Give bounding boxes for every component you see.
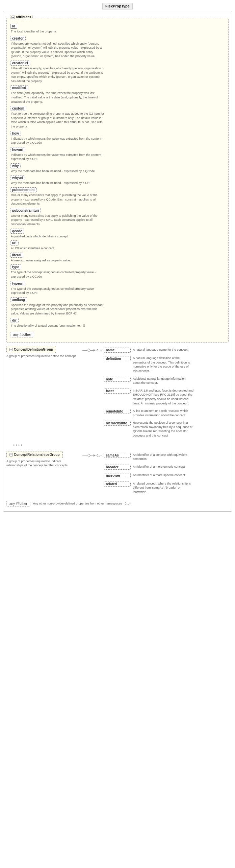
attributes-box: −attributes id The local identifier of t… xyxy=(6,18,229,343)
flex-prop-type-title: FlexPropType xyxy=(102,3,133,9)
attr-name-creatoruri: creatoruri xyxy=(10,61,30,66)
attr-name-dir: dir xyxy=(10,318,19,323)
right-item-remoteinfo-desc: A link to an item or a web resource whic… xyxy=(133,409,193,417)
attr-desc-howuri: Indicates by which means the value was e… xyxy=(10,153,105,161)
multiplicity-cdg: 0..∞ xyxy=(97,349,102,352)
attr-literal: literal A free-text value assigned as pr… xyxy=(10,253,225,263)
right-item-narrower-box: narrower xyxy=(104,473,131,478)
attr-pubconstrainturi: pubconstrainturi One or many constraints… xyxy=(10,208,225,227)
bottom-any-other-box: any ##other xyxy=(6,501,30,507)
attr-desc-modified: The date (and, optionally, the time) whe… xyxy=(10,91,105,104)
right-item-note-desc: Additional natural language information … xyxy=(133,377,193,385)
any-other-container: any ##other xyxy=(10,330,225,339)
right-item-broader-box: broader xyxy=(104,465,131,470)
concept-relationships-group-box: −ConceptRelationshipsGroup xyxy=(6,451,63,458)
attr-why: why Why the metadata has been included -… xyxy=(10,163,225,173)
right-item-narrower-desc: An identifier of a more specific concept xyxy=(133,473,185,477)
attr-name-custom: custom xyxy=(10,106,26,111)
right-item-remoteinfo: remoteInfo A link to an item or a web re… xyxy=(104,409,229,417)
attr-desc-creator: If the property value is not defined, sp… xyxy=(10,42,105,58)
right-item-narrower: narrower An identifier of a more specifi… xyxy=(104,473,229,478)
attr-name-type: type xyxy=(10,264,21,269)
attr-name-literal: literal xyxy=(10,253,23,258)
concept-relationships-items: sameAs An identifier of a concept with e… xyxy=(104,451,229,496)
attr-desc-pubconstrainturi: One or many constraints that apply to pu… xyxy=(10,214,105,227)
attr-name-creator: creator xyxy=(10,36,26,41)
bottom-any-other-desc: Any other non-provider-defined propertie… xyxy=(33,502,122,505)
attr-name-howuri: howuri xyxy=(10,147,25,152)
concept-definition-group-desc: A group of properties required to define… xyxy=(6,354,76,358)
attr-custom: custom If set to true the corresponding … xyxy=(10,106,225,128)
attr-desc-id: The local identifier of the property. xyxy=(10,29,105,34)
attr-desc-qcode: A qualified code which identifies a conc… xyxy=(10,234,105,239)
collapse-icon-cdg[interactable]: − xyxy=(9,348,13,351)
attr-creator: creator If the property value is not def… xyxy=(10,36,225,58)
attr-desc-uri: A URI which identifies a concept. xyxy=(10,246,105,251)
attr-name-uri: uri xyxy=(10,240,19,245)
right-item-note-box: note xyxy=(104,377,131,382)
attr-creatoruri: creatoruri If the attribute is empty, sp… xyxy=(10,61,225,83)
right-item-broader: broader An identifier of a more generic … xyxy=(104,465,229,470)
right-item-facet: facet In NAR 1.8 and later, facet is dep… xyxy=(104,389,229,405)
right-item-hierarchyinfo-desc: Represents the position of a concept in … xyxy=(133,421,193,438)
concept-definition-items: name A natural language name for the con… xyxy=(104,346,229,440)
collapse-icon[interactable]: − xyxy=(11,16,15,19)
right-item-hierarchyinfo: hierarchyInfo Represents the position of… xyxy=(104,421,229,438)
attr-name-pubconstraint: pubconstraint xyxy=(10,187,37,192)
right-item-sameas: sameAs An identifier of a concept with e… xyxy=(104,453,229,461)
attr-id: id The local identifier of the property. xyxy=(10,24,225,34)
right-item-related-desc: A related concept, where the relationshi… xyxy=(133,482,193,494)
connector-cdg: 0..∞ xyxy=(81,346,104,352)
attr-name-whyuri: whyuri xyxy=(10,175,25,180)
right-item-sameas-desc: An identifier of a concept with equivale… xyxy=(133,453,193,461)
any-other-box: any ##other xyxy=(10,332,34,337)
right-item-broader-desc: An identifier of a more generic concept xyxy=(133,465,185,469)
right-item-sameas-box: sameAs xyxy=(104,453,131,458)
attr-desc-pubconstraint: One or many constraints that apply to pu… xyxy=(10,193,105,206)
attr-pubconstraint: pubconstraint One or many constraints th… xyxy=(10,187,225,206)
attr-xmllang: xmllang Specifies the language of this p… xyxy=(10,297,225,316)
right-item-facet-desc: In NAR 1.8 and later, facet is deprecate… xyxy=(133,389,193,405)
attr-name-xmllang: xmllang xyxy=(10,297,27,302)
attr-desc-whyuri: Why the metadata has been included - exp… xyxy=(10,181,105,185)
attr-desc-dir: The directionality of textual content (e… xyxy=(10,324,105,328)
bottom-multiplicity: 0...∞ xyxy=(125,502,131,505)
attr-desc-typeuri: The type of the concept assigned as cont… xyxy=(10,287,105,295)
concept-definition-section: −ConceptDefinitionGroup A group of prope… xyxy=(6,346,229,440)
concept-relationships-group-desc: A group of properties required to indica… xyxy=(6,459,77,468)
attr-name-typeuri: typeuri xyxy=(10,281,25,286)
right-item-definition: definition A natural language definition… xyxy=(104,356,229,373)
collapse-icon-crg[interactable]: − xyxy=(9,453,13,456)
attr-desc-type: The type of the concept assigned as cont… xyxy=(10,270,105,279)
main-wrapper: FlexPropType −attributes id The local id… xyxy=(0,0,235,868)
multiplicity-crg: 0..∞ xyxy=(97,454,102,457)
attr-desc-literal: A free-text value assigned as property v… xyxy=(10,258,105,263)
attr-howuri: howuri Indicates by which means the valu… xyxy=(10,147,225,161)
attr-qcode: qcode A qualified code which identifies … xyxy=(10,229,225,239)
attr-name-modified: modified xyxy=(10,85,28,90)
attr-typeuri: typeuri The type of the concept assigned… xyxy=(10,281,225,295)
attr-name-pubconstrainturi: pubconstrainturi xyxy=(10,208,41,213)
attr-how: how Indicates by which means the value w… xyxy=(10,131,225,145)
concept-definition-group-box: −ConceptDefinitionGroup xyxy=(6,346,56,353)
attr-whyuri: whyuri Why the metadata has been include… xyxy=(10,175,225,185)
concept-relationships-section: −ConceptRelationshipsGroup A group of pr… xyxy=(6,451,229,496)
right-item-definition-desc: A natural language definition of the sem… xyxy=(133,356,193,373)
attr-desc-how: Indicates by which means the value was e… xyxy=(10,137,105,145)
right-item-name-desc: A natural language name for the concept. xyxy=(133,348,188,352)
attr-name-why: why xyxy=(10,163,21,168)
right-item-definition-box: definition xyxy=(104,356,131,361)
attr-name-how: how xyxy=(10,131,21,136)
attr-modified: modified The date (and, optionally, the … xyxy=(10,85,225,104)
attr-desc-xmllang: Specifies the language of this property … xyxy=(10,303,105,316)
attr-uri: uri A URI which identifies a concept. xyxy=(10,240,225,251)
attributes-title: −attributes xyxy=(10,15,33,19)
connector-crg: 0..∞ xyxy=(81,451,104,457)
attr-name-qcode: qcode xyxy=(10,229,24,234)
attr-desc-custom: If set to true the corresponding propert… xyxy=(10,112,105,128)
right-item-related: related A related concept, where the rel… xyxy=(104,482,229,494)
title-text: FlexPropType xyxy=(105,4,130,8)
right-item-name: name A natural language name for the con… xyxy=(104,348,229,353)
attr-dir: dir The directionality of textual conten… xyxy=(10,318,225,328)
ellipsis-dots: • • • • xyxy=(6,443,229,448)
